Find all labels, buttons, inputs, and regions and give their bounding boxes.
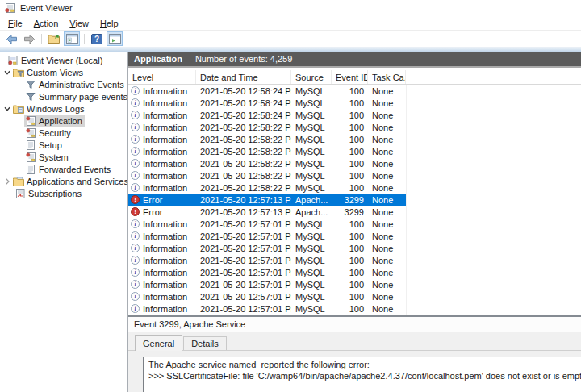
menu-bar: FileActionViewHelp	[0, 16, 581, 31]
chevron-down-icon[interactable]	[2, 105, 12, 113]
info-icon: i	[131, 159, 140, 168]
task-cell: None	[368, 231, 406, 241]
tab-details[interactable]: Details	[183, 336, 227, 350]
tree-node: Windows Logs	[12, 102, 87, 115]
help-icon[interactable]: ?	[89, 31, 105, 46]
tree-item-subscriptions[interactable]: Subscriptions	[0, 187, 127, 199]
event-row[interactable]: iInformation2021-05-20 12:57:01 PMMySQL1…	[128, 218, 407, 230]
info-icon: i	[131, 219, 140, 228]
level-label: Error	[143, 207, 162, 217]
level-cell: iInformation	[128, 86, 196, 96]
datetime-cell: 2021-05-20 12:58:22 PM	[196, 171, 291, 181]
info-icon: i	[131, 231, 140, 240]
event-id-cell: 3299	[332, 195, 368, 205]
forward-arrow-icon[interactable]	[21, 31, 37, 46]
event-row[interactable]: !Error2021-05-20 12:57:13 PMApach...3299…	[128, 194, 407, 206]
tree-item-setup[interactable]: Setup	[0, 139, 127, 151]
tree-item-event-viewer-local[interactable]: Event Viewer (Local)	[0, 54, 127, 66]
subscriptions-icon	[15, 188, 26, 199]
tree-item-forwarded-events[interactable]: Forwarded Events	[0, 163, 127, 175]
datetime-cell: 2021-05-20 12:57:01 PM	[196, 304, 291, 314]
level-label: Information	[143, 280, 187, 290]
datetime-cell: 2021-05-20 12:58:22 PM	[196, 183, 291, 193]
datetime-cell: 2021-05-20 12:58:24 PM	[196, 98, 291, 108]
source-cell: MySQL	[291, 111, 332, 120]
event-id-cell: 100	[332, 111, 368, 120]
source-cell: MySQL	[291, 159, 332, 169]
event-row[interactable]: iInformation2021-05-20 12:57:01 PMMySQL1…	[128, 290, 407, 302]
info-icon: i	[131, 111, 140, 119]
chevron-right-icon[interactable]	[2, 177, 12, 186]
tree-node: Applications and Services Lo	[12, 175, 128, 187]
column-header-date-and-time[interactable]: Date and Time	[196, 70, 291, 84]
tree-item-system[interactable]: System	[0, 151, 127, 163]
back-arrow-icon[interactable]	[3, 31, 19, 46]
message-line: >>> SSLCertificateFile: file 'C:/wamp64/…	[148, 370, 581, 382]
event-id-cell: 100	[332, 304, 368, 314]
tree-item-label: Forwarded Events	[39, 165, 111, 174]
preview-pane: Event 3299, Apache Service GeneralDetail…	[128, 315, 581, 392]
level-label: Error	[143, 195, 162, 205]
tree-item-security[interactable]: Security	[0, 127, 127, 139]
tab-general[interactable]: General	[135, 335, 182, 351]
column-header-source[interactable]: Source	[291, 70, 332, 84]
event-row[interactable]: iInformation2021-05-20 12:58:22 PMMySQL1…	[128, 133, 407, 145]
datetime-cell: 2021-05-20 12:57:01 PM	[196, 219, 291, 229]
task-cell: None	[368, 244, 406, 253]
column-header-event-id[interactable]: Event ID	[332, 70, 368, 84]
level-cell: iInformation	[128, 171, 196, 181]
action-pane-icon[interactable]	[107, 31, 123, 46]
tree-item-application[interactable]: Application	[0, 115, 127, 127]
source-cell: MySQL	[291, 268, 332, 277]
event-row[interactable]: iInformation2021-05-20 12:57:01 PMMySQL1…	[128, 266, 407, 278]
event-row[interactable]: iInformation2021-05-20 12:57:01 PMMySQL1…	[128, 254, 407, 266]
event-row[interactable]: iInformation2021-05-20 12:57:01 PMMySQL1…	[128, 302, 407, 315]
tree-item-summary-page-events[interactable]: Summary page events	[0, 90, 127, 102]
level-label: Information	[143, 231, 187, 241]
event-id-cell: 100	[332, 280, 368, 290]
menu-item-help[interactable]: Help	[94, 17, 124, 30]
event-row[interactable]: iInformation2021-05-20 12:58:24 PMMySQL1…	[128, 85, 407, 97]
event-row[interactable]: iInformation2021-05-20 12:58:22 PMMySQL1…	[128, 157, 407, 169]
event-id-cell: 100	[332, 244, 368, 253]
event-id-cell: 100	[332, 123, 368, 132]
event-row[interactable]: iInformation2021-05-20 12:58:24 PMMySQL1…	[128, 109, 407, 121]
event-row[interactable]: iInformation2021-05-20 12:58:22 PMMySQL1…	[128, 169, 407, 181]
level-cell: iInformation	[128, 280, 196, 290]
tree-node: Administrative Events	[24, 78, 127, 90]
tree-item-label: Windows Logs	[27, 104, 85, 114]
tree-item-windows-logs[interactable]: Windows Logs	[0, 102, 127, 115]
info-icon: i	[131, 183, 140, 192]
log-plain-icon	[25, 164, 36, 175]
event-row[interactable]: !Error2021-05-20 12:57:13 PMApach...3299…	[128, 206, 407, 218]
menu-item-view[interactable]: View	[64, 17, 94, 30]
event-row[interactable]: iInformation2021-05-20 12:58:24 PMMySQL1…	[128, 97, 407, 109]
event-row[interactable]: iInformation2021-05-20 12:58:22 PMMySQL1…	[128, 145, 407, 157]
datetime-cell: 2021-05-20 12:58:22 PM	[196, 159, 291, 169]
event-row[interactable]: iInformation2021-05-20 12:57:01 PMMySQL1…	[128, 242, 407, 254]
level-label: Information	[143, 183, 187, 193]
datetime-cell: 2021-05-20 12:58:24 PM	[196, 111, 291, 120]
column-header-level[interactable]: Level	[128, 70, 196, 84]
chevron-down-icon[interactable]	[2, 69, 12, 77]
console-tree-icon[interactable]	[64, 31, 80, 46]
event-id-cell: 100	[332, 147, 368, 156]
event-row[interactable]: iInformation2021-05-20 12:58:22 PMMySQL1…	[128, 181, 407, 194]
tree-item-custom-views[interactable]: Custom Views	[0, 66, 127, 78]
info-icon: i	[131, 135, 140, 144]
info-icon: i	[131, 123, 140, 131]
tree-node: Setup	[24, 139, 65, 151]
open-saved-log-icon[interactable]	[46, 31, 62, 46]
info-icon: i	[131, 171, 140, 180]
event-row[interactable]: iInformation2021-05-20 12:58:22 PMMySQL1…	[128, 121, 407, 133]
menu-item-action[interactable]: Action	[28, 17, 65, 30]
menu-item-file[interactable]: File	[2, 17, 28, 30]
tree-item-applications-and-services-lo[interactable]: Applications and Services Lo	[0, 175, 127, 187]
column-header-task-ca[interactable]: Task Ca...	[368, 70, 406, 84]
event-viewer-window: Event Viewer FileActionViewHelp ? Event …	[0, 0, 581, 392]
tree-item-label: System	[39, 152, 69, 162]
event-row[interactable]: iInformation2021-05-20 12:57:01 PMMySQL1…	[128, 230, 407, 242]
event-row[interactable]: iInformation2021-05-20 12:57:01 PMMySQL1…	[128, 278, 407, 290]
tree-item-administrative-events[interactable]: Administrative Events	[0, 78, 127, 90]
info-icon: i	[131, 98, 140, 107]
